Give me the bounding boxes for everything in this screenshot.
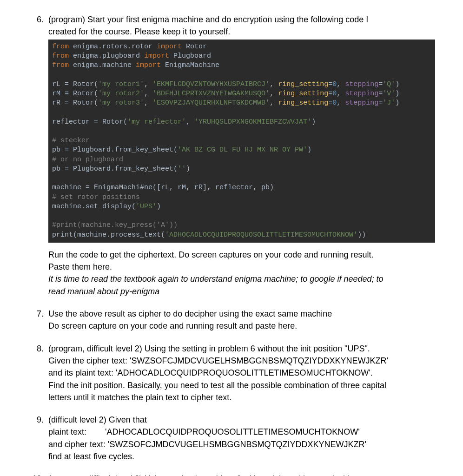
text-line: Given the cipher text: 'SWZSOFCJMDCVUGEL… [48,355,435,366]
problem-6: 6. (program) Start your first enigma mac… [28,14,435,298]
text-line: and cipher text: 'SWZSOFCJMDCVUGELHSMBGG… [48,439,435,450]
text-line: Find the init position. Basically, you n… [48,380,435,391]
problem-body: Use the above result as cipher to do dec… [48,308,435,333]
problem-9: 9. (difficult level 2) Given that plaint… [28,414,435,463]
problem-10: 10. (program, difficult level 3) Using s… [28,473,435,476]
text-line: (difficult level 2) Given that [48,414,435,425]
text-line: find at least five cycles. [48,451,435,462]
text-line: (program) Start your first enigma machin… [48,14,435,25]
problem-body: (program, difficult level 2) Using the s… [48,343,435,404]
text-line: letters until it matches the plain text … [48,392,435,403]
problem-body: (program, difficult level 3) Using setti… [48,473,435,476]
problem-body: (program) Start your first enigma machin… [48,14,435,298]
text-line: (program, difficult level 3) Using setti… [48,473,435,476]
text-line: Paste them here. [48,261,435,272]
text-line: (program, difficult level 2) Using the s… [48,343,435,354]
problem-8: 8. (program, difficult level 2) Using th… [28,343,435,404]
problem-number: 6. [28,14,48,298]
text-line: created for the course. Please keep it t… [48,26,435,37]
problem-7: 7. Use the above result as cipher to do … [28,308,435,333]
text-line: and its plaint text: 'ADHOCADLOCQUIDPROQ… [48,367,435,378]
text-line: plaint text: 'ADHOCADLOCQUIDPROQUOSOLITT… [48,426,435,437]
problem-number: 10. [28,473,48,476]
problem-list: 6. (program) Start your first enigma mac… [28,14,435,476]
problem-number: 8. [28,343,48,404]
text-line: Use the above result as cipher to do dec… [48,308,435,319]
problem-number: 7. [28,308,48,333]
code-block: from enigma.rotors.rotor import Rotor fr… [48,40,435,243]
problem-body: (difficult level 2) Given that plaint te… [48,414,435,463]
text-line-italic: It is time to read the textbook again to… [48,273,435,284]
text-line-italic: read manual about py-enigma [48,286,435,297]
text-line: Do screen capture on your code and runni… [48,320,435,331]
problem-number: 9. [28,414,48,463]
text-line: Run the code to get the ciphertext. Do s… [48,249,435,260]
